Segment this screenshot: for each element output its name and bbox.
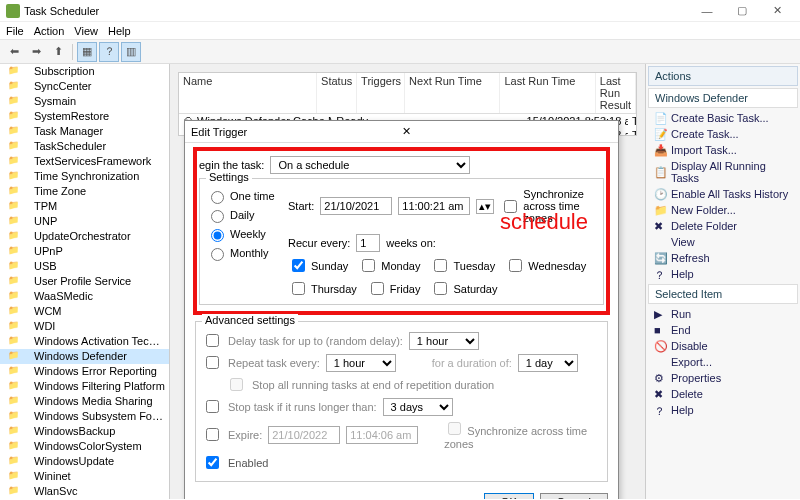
minimize-button[interactable]: — — [690, 2, 724, 20]
tree-item[interactable]: SystemRestore — [0, 109, 169, 124]
col-lastresult[interactable]: Last Run Result — [596, 73, 636, 113]
ok-button[interactable]: OK — [484, 493, 534, 499]
tree-item[interactable]: Time Synchronization — [0, 169, 169, 184]
repeat-duration-select[interactable]: 1 day — [518, 354, 578, 372]
schedule-radio[interactable]: Weekly — [206, 226, 278, 242]
expire-checkbox[interactable] — [206, 428, 219, 441]
action-icon: 🚫 — [654, 340, 666, 352]
menu-help[interactable]: Help — [108, 25, 131, 37]
tree-item[interactable]: UpdateOrchestrator — [0, 229, 169, 244]
stop-checkbox[interactable] — [206, 400, 219, 413]
tree-item[interactable]: Windows Defender — [0, 349, 169, 364]
start-date-input[interactable] — [320, 197, 392, 215]
weekday-checkbox[interactable]: Tuesday — [430, 256, 495, 275]
nav-forward-icon[interactable]: ➡ — [26, 42, 46, 62]
col-status[interactable]: Status — [317, 73, 357, 113]
tree-item[interactable]: WDI — [0, 319, 169, 334]
time-spinner-icon[interactable]: ▴▾ — [476, 199, 494, 214]
col-nextrun[interactable]: Next Run Time — [405, 73, 500, 113]
schedule-radio[interactable]: Daily — [206, 207, 278, 223]
expire-time-input[interactable] — [346, 426, 418, 444]
tree-item[interactable]: Windows Subsystem For Linux — [0, 409, 169, 424]
expire-date-input[interactable] — [268, 426, 340, 444]
stop-select[interactable]: 3 days — [383, 398, 453, 416]
delay-select[interactable]: 1 hour — [409, 332, 479, 350]
tree-item[interactable]: TextServicesFramework — [0, 154, 169, 169]
action-item[interactable]: ⚙Properties — [646, 370, 800, 386]
weekday-checkbox[interactable]: Sunday — [288, 256, 348, 275]
action-item[interactable]: 📥Import Task... — [646, 142, 800, 158]
tree-item[interactable]: WaaSMedic — [0, 289, 169, 304]
action-item[interactable]: 📄Create Basic Task... — [646, 110, 800, 126]
action-item[interactable]: ？Help — [646, 402, 800, 418]
action-item[interactable]: 📋Display All Running Tasks — [646, 158, 800, 186]
tree-item[interactable]: UNP — [0, 214, 169, 229]
tree-item[interactable]: Windows Filtering Platform — [0, 379, 169, 394]
cancel-button[interactable]: Cancel — [540, 493, 608, 499]
tree-item[interactable]: USB — [0, 259, 169, 274]
action-item[interactable]: 📝Create Task... — [646, 126, 800, 142]
tree-item[interactable]: Wininet — [0, 469, 169, 484]
weekday-checkbox[interactable]: Friday — [367, 279, 421, 298]
action-item[interactable]: 🔄Refresh — [646, 250, 800, 266]
tree-item[interactable]: Windows Error Reporting — [0, 364, 169, 379]
maximize-button[interactable]: ▢ — [725, 2, 759, 20]
tree-item[interactable]: WCM — [0, 304, 169, 319]
nav-up-icon[interactable]: ⬆ — [48, 42, 68, 62]
action-item[interactable]: 🕑Enable All Tasks History — [646, 186, 800, 202]
action-item[interactable]: View — [646, 234, 800, 250]
action-item[interactable]: ✖Delete — [646, 386, 800, 402]
tree-item[interactable]: TaskScheduler — [0, 139, 169, 154]
toolbar-button-1[interactable]: ▦ — [77, 42, 97, 62]
col-lastrun[interactable]: Last Run Time — [500, 73, 595, 113]
weekday-checkbox[interactable]: Wednesday — [505, 256, 586, 275]
weekday-checkbox[interactable]: Saturday — [430, 279, 497, 298]
action-item[interactable]: ？Help — [646, 266, 800, 282]
menu-action[interactable]: Action — [34, 25, 65, 37]
tree-item[interactable]: Time Zone — [0, 184, 169, 199]
toolbar-button-2[interactable]: ？ — [99, 42, 119, 62]
dialog-close-icon[interactable]: ✕ — [402, 125, 613, 138]
begin-task-select[interactable]: On a schedule — [270, 156, 470, 174]
menu-view[interactable]: View — [74, 25, 98, 37]
tree-item[interactable]: TPM — [0, 199, 169, 214]
tree-item[interactable]: Task Manager — [0, 124, 169, 139]
action-item[interactable]: ✖Delete Folder — [646, 218, 800, 234]
tree-item[interactable]: WindowsColorSystem — [0, 439, 169, 454]
nav-tree[interactable]: SubscriptionSyncCenterSysmainSystemResto… — [0, 64, 170, 499]
tree-item[interactable]: WindowsBackup — [0, 424, 169, 439]
repeat-select[interactable]: 1 hour — [326, 354, 396, 372]
action-item[interactable]: 🚫Disable — [646, 338, 800, 354]
tree-item[interactable]: User Profile Service — [0, 274, 169, 289]
repeat-checkbox[interactable] — [206, 356, 219, 369]
enabled-checkbox[interactable] — [206, 456, 219, 469]
action-icon: 📋 — [654, 166, 666, 178]
col-triggers[interactable]: Triggers — [357, 73, 405, 113]
tree-item[interactable]: WindowsUpdate — [0, 454, 169, 469]
tree-item[interactable]: SyncCenter — [0, 79, 169, 94]
tree-item[interactable]: Windows Media Sharing — [0, 394, 169, 409]
recur-input[interactable] — [356, 234, 380, 252]
sync-tz-checkbox[interactable] — [504, 200, 517, 213]
weekday-checkbox[interactable]: Monday — [358, 256, 420, 275]
tree-item[interactable]: Sysmain — [0, 94, 169, 109]
action-item[interactable]: 📁New Folder... — [646, 202, 800, 218]
action-item[interactable]: Export... — [646, 354, 800, 370]
delay-checkbox[interactable] — [206, 334, 219, 347]
tree-item[interactable]: Windows Activation Technologies — [0, 334, 169, 349]
weekday-checkbox[interactable]: Thursday — [288, 279, 357, 298]
tree-item[interactable]: UPnP — [0, 244, 169, 259]
action-icon — [654, 356, 666, 368]
menu-file[interactable]: File — [6, 25, 24, 37]
schedule-radio[interactable]: Monthly — [206, 245, 278, 261]
start-time-input[interactable] — [398, 197, 470, 215]
close-button[interactable]: ✕ — [760, 2, 794, 20]
tree-item[interactable]: WlanSvc — [0, 484, 169, 499]
action-item[interactable]: ■End — [646, 322, 800, 338]
col-name[interactable]: Name — [179, 73, 317, 113]
toolbar-button-3[interactable]: ▥ — [121, 42, 141, 62]
nav-back-icon[interactable]: ⬅ — [4, 42, 24, 62]
tree-item[interactable]: Subscription — [0, 64, 169, 79]
action-item[interactable]: ▶Run — [646, 306, 800, 322]
schedule-radio[interactable]: One time — [206, 188, 278, 204]
